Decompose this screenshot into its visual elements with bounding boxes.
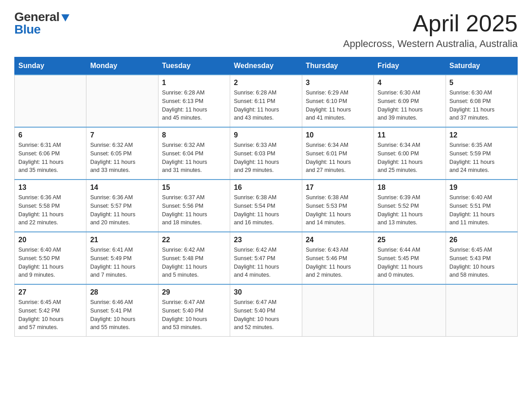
- day-number: 17: [306, 184, 370, 192]
- calendar-body: 1Sunrise: 6:28 AM Sunset: 6:13 PM Daylig…: [15, 75, 518, 337]
- day-info: Sunrise: 6:45 AM Sunset: 5:43 PM Dayligh…: [450, 246, 514, 279]
- calendar-cell: 23Sunrise: 6:42 AM Sunset: 5:47 PM Dayli…: [230, 232, 302, 284]
- day-number: 26: [450, 236, 514, 244]
- day-number: 29: [162, 288, 226, 296]
- day-number: 19: [450, 184, 514, 192]
- day-number: 25: [378, 236, 442, 244]
- day-info: Sunrise: 6:45 AM Sunset: 5:42 PM Dayligh…: [18, 298, 82, 332]
- day-header-tuesday: Tuesday: [158, 57, 230, 75]
- day-info: Sunrise: 6:31 AM Sunset: 6:06 PM Dayligh…: [18, 141, 82, 175]
- day-info: Sunrise: 6:40 AM Sunset: 5:50 PM Dayligh…: [18, 246, 82, 279]
- day-info: Sunrise: 6:37 AM Sunset: 5:56 PM Dayligh…: [162, 193, 226, 227]
- day-info: Sunrise: 6:39 AM Sunset: 5:52 PM Dayligh…: [378, 193, 442, 227]
- calendar-week-2: 6Sunrise: 6:31 AM Sunset: 6:06 PM Daylig…: [15, 127, 518, 180]
- day-info: Sunrise: 6:34 AM Sunset: 6:00 PM Dayligh…: [378, 141, 442, 175]
- calendar-cell: 1Sunrise: 6:28 AM Sunset: 6:13 PM Daylig…: [158, 75, 230, 127]
- calendar-week-1: 1Sunrise: 6:28 AM Sunset: 6:13 PM Daylig…: [15, 75, 518, 127]
- calendar-week-3: 13Sunrise: 6:36 AM Sunset: 5:58 PM Dayli…: [15, 180, 518, 232]
- logo-triangle-icon: [60, 13, 70, 22]
- page-subtitle: Applecross, Western Australia, Australia: [343, 38, 518, 50]
- day-info: Sunrise: 6:29 AM Sunset: 6:10 PM Dayligh…: [306, 89, 370, 122]
- day-info: Sunrise: 6:46 AM Sunset: 5:41 PM Dayligh…: [90, 298, 154, 332]
- day-info: Sunrise: 6:33 AM Sunset: 6:03 PM Dayligh…: [234, 141, 298, 175]
- day-info: Sunrise: 6:47 AM Sunset: 5:40 PM Dayligh…: [234, 298, 298, 332]
- logo-general: General: [14, 11, 60, 23]
- day-info: Sunrise: 6:42 AM Sunset: 5:48 PM Dayligh…: [162, 246, 226, 279]
- day-info: Sunrise: 6:35 AM Sunset: 5:59 PM Dayligh…: [450, 141, 514, 175]
- day-number: 4: [378, 79, 442, 87]
- day-info: Sunrise: 6:36 AM Sunset: 5:58 PM Dayligh…: [18, 193, 82, 227]
- day-number: 21: [90, 236, 154, 244]
- day-info: Sunrise: 6:30 AM Sunset: 6:08 PM Dayligh…: [450, 89, 514, 122]
- day-number: 22: [162, 236, 226, 244]
- calendar-cell: 18Sunrise: 6:39 AM Sunset: 5:52 PM Dayli…: [374, 180, 446, 232]
- calendar-cell: [15, 75, 86, 127]
- day-number: 24: [306, 236, 370, 244]
- calendar-cell: 29Sunrise: 6:47 AM Sunset: 5:40 PM Dayli…: [158, 284, 230, 337]
- day-info: Sunrise: 6:36 AM Sunset: 5:57 PM Dayligh…: [90, 193, 154, 227]
- day-header-monday: Monday: [86, 57, 158, 75]
- calendar-cell: 21Sunrise: 6:41 AM Sunset: 5:49 PM Dayli…: [86, 232, 158, 284]
- day-info: Sunrise: 6:32 AM Sunset: 6:04 PM Dayligh…: [162, 141, 226, 175]
- calendar-table: SundayMondayTuesdayWednesdayThursdayFrid…: [14, 57, 518, 337]
- calendar-cell: 16Sunrise: 6:38 AM Sunset: 5:54 PM Dayli…: [230, 180, 302, 232]
- day-header-sunday: Sunday: [15, 57, 86, 75]
- calendar-header: SundayMondayTuesdayWednesdayThursdayFrid…: [15, 57, 518, 75]
- calendar-cell: 22Sunrise: 6:42 AM Sunset: 5:48 PM Dayli…: [158, 232, 230, 284]
- calendar-cell: 19Sunrise: 6:40 AM Sunset: 5:51 PM Dayli…: [446, 180, 517, 232]
- day-number: 10: [306, 131, 370, 139]
- day-info: Sunrise: 6:38 AM Sunset: 5:53 PM Dayligh…: [306, 193, 370, 227]
- day-number: 20: [18, 236, 82, 244]
- day-number: 15: [162, 184, 226, 192]
- day-number: 6: [18, 131, 82, 139]
- title-section: April 2025 Applecross, Western Australia…: [343, 11, 518, 50]
- calendar-cell: 27Sunrise: 6:45 AM Sunset: 5:42 PM Dayli…: [15, 284, 86, 337]
- day-info: Sunrise: 6:44 AM Sunset: 5:45 PM Dayligh…: [378, 246, 442, 279]
- day-number: 2: [234, 79, 298, 87]
- calendar-cell: 24Sunrise: 6:43 AM Sunset: 5:46 PM Dayli…: [302, 232, 373, 284]
- day-number: 3: [306, 79, 370, 87]
- day-number: 12: [450, 131, 514, 139]
- svg-marker-0: [61, 14, 69, 21]
- calendar-cell: 14Sunrise: 6:36 AM Sunset: 5:57 PM Dayli…: [86, 180, 158, 232]
- calendar-header-row: SundayMondayTuesdayWednesdayThursdayFrid…: [15, 57, 518, 75]
- day-number: 5: [450, 79, 514, 87]
- calendar-cell: 6Sunrise: 6:31 AM Sunset: 6:06 PM Daylig…: [15, 127, 86, 180]
- logo: General Blue: [14, 11, 70, 36]
- day-number: 14: [90, 184, 154, 192]
- calendar-cell: 12Sunrise: 6:35 AM Sunset: 5:59 PM Dayli…: [446, 127, 517, 180]
- day-number: 28: [90, 288, 154, 296]
- day-header-friday: Friday: [374, 57, 446, 75]
- page-title: April 2025: [343, 11, 518, 36]
- day-number: 16: [234, 184, 298, 192]
- day-info: Sunrise: 6:34 AM Sunset: 6:01 PM Dayligh…: [306, 141, 370, 175]
- calendar-week-4: 20Sunrise: 6:40 AM Sunset: 5:50 PM Dayli…: [15, 232, 518, 284]
- day-info: Sunrise: 6:28 AM Sunset: 6:11 PM Dayligh…: [234, 89, 298, 122]
- logo-blue: Blue: [14, 23, 41, 36]
- calendar-cell: 9Sunrise: 6:33 AM Sunset: 6:03 PM Daylig…: [230, 127, 302, 180]
- calendar-cell: 13Sunrise: 6:36 AM Sunset: 5:58 PM Dayli…: [15, 180, 86, 232]
- day-header-wednesday: Wednesday: [230, 57, 302, 75]
- calendar-cell: 25Sunrise: 6:44 AM Sunset: 5:45 PM Dayli…: [374, 232, 446, 284]
- day-info: Sunrise: 6:42 AM Sunset: 5:47 PM Dayligh…: [234, 246, 298, 279]
- day-info: Sunrise: 6:28 AM Sunset: 6:13 PM Dayligh…: [162, 89, 226, 122]
- calendar-cell: 4Sunrise: 6:30 AM Sunset: 6:09 PM Daylig…: [374, 75, 446, 127]
- day-number: 30: [234, 288, 298, 296]
- calendar-cell: 20Sunrise: 6:40 AM Sunset: 5:50 PM Dayli…: [15, 232, 86, 284]
- calendar-cell: 10Sunrise: 6:34 AM Sunset: 6:01 PM Dayli…: [302, 127, 373, 180]
- day-info: Sunrise: 6:41 AM Sunset: 5:49 PM Dayligh…: [90, 246, 154, 279]
- day-info: Sunrise: 6:43 AM Sunset: 5:46 PM Dayligh…: [306, 246, 370, 279]
- calendar-cell: 2Sunrise: 6:28 AM Sunset: 6:11 PM Daylig…: [230, 75, 302, 127]
- calendar-cell: [302, 284, 373, 337]
- day-header-thursday: Thursday: [302, 57, 373, 75]
- calendar-cell: 3Sunrise: 6:29 AM Sunset: 6:10 PM Daylig…: [302, 75, 373, 127]
- calendar-cell: 26Sunrise: 6:45 AM Sunset: 5:43 PM Dayli…: [446, 232, 517, 284]
- day-number: 13: [18, 184, 82, 192]
- day-number: 11: [378, 131, 442, 139]
- day-number: 27: [18, 288, 82, 296]
- day-number: 7: [90, 131, 154, 139]
- calendar-cell: [374, 284, 446, 337]
- calendar-cell: 17Sunrise: 6:38 AM Sunset: 5:53 PM Dayli…: [302, 180, 373, 232]
- calendar-cell: 8Sunrise: 6:32 AM Sunset: 6:04 PM Daylig…: [158, 127, 230, 180]
- calendar-cell: 5Sunrise: 6:30 AM Sunset: 6:08 PM Daylig…: [446, 75, 517, 127]
